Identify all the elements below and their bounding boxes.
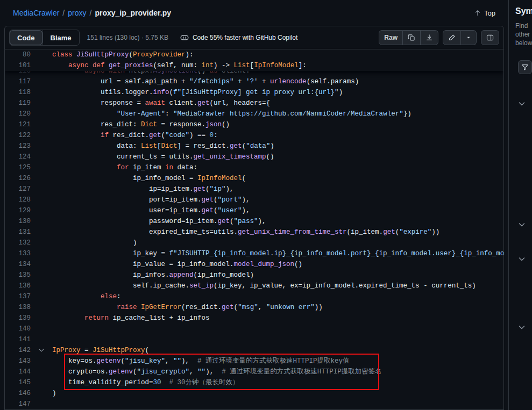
line-number[interactable]: 147	[5, 399, 31, 409]
code-text: for ip_item in data:	[52, 162, 503, 173]
line-number[interactable]: 131	[5, 227, 31, 238]
code-line: 134 ip_value = ip_info_model.model_dump_…	[5, 259, 503, 270]
download-button[interactable]	[421, 30, 438, 45]
line-number[interactable]: 134	[5, 259, 31, 270]
code-line: 147	[5, 399, 503, 409]
code-text: user=ip_item.get("user"),	[52, 205, 503, 216]
copilot-banner[interactable]: Code 55% faster with GitHub Copilot	[180, 33, 297, 42]
line-number[interactable]: 142	[5, 345, 31, 356]
code-line: 126 ip_info_model = IpInfoModel(	[5, 173, 503, 184]
line-number[interactable]: 146	[5, 388, 31, 399]
raw-button[interactable]: Raw	[379, 30, 403, 45]
line-number[interactable]: 133	[5, 248, 31, 259]
symbols-panel-toggle-icon	[486, 34, 494, 41]
fold-spacer	[31, 399, 52, 409]
code-text: class JiSuHttpProxy(ProxyProvider):	[52, 49, 503, 60]
symbols-description-line: other	[515, 30, 532, 39]
line-number[interactable]: 124	[5, 152, 31, 162]
line-number[interactable]: 137	[5, 291, 31, 302]
file-meta-info: 151 lines (130 loc) · 5.75 KB	[87, 34, 168, 41]
line-number[interactable]: 136	[5, 280, 31, 291]
fold-chevron-icon[interactable]	[31, 345, 52, 356]
line-number[interactable]: 129	[5, 205, 31, 216]
symbols-description-line: Find	[515, 21, 532, 30]
line-number[interactable]: 141	[5, 334, 31, 345]
fold-spacer	[31, 313, 52, 323]
fold-spacer	[31, 141, 52, 152]
line-number[interactable]: 121	[5, 119, 31, 130]
tab-blame[interactable]: Blame	[42, 30, 79, 45]
line-number[interactable]: 128	[5, 195, 31, 205]
breadcrumb-current-file: proxy_ip_provider.py	[95, 9, 171, 17]
chevron-down-icon[interactable]	[517, 323, 526, 332]
tab-code[interactable]: Code	[10, 30, 42, 45]
code-text: else:	[52, 291, 503, 302]
line-number[interactable]: 123	[5, 141, 31, 152]
raw-actions-group: Raw	[379, 30, 438, 45]
symbols-panel-title: Sym	[515, 6, 532, 16]
line-number[interactable]: 145	[5, 377, 31, 388]
edit-dropdown-button[interactable]	[461, 30, 477, 45]
line-number[interactable]: 130	[5, 216, 31, 227]
copy-button[interactable]	[403, 30, 421, 45]
code-line: 142IpProxy = JiSuHttpProxy(	[5, 345, 503, 356]
line-number[interactable]: 122	[5, 130, 31, 141]
chevron-down-icon[interactable]	[517, 99, 526, 108]
code-line: 143 key=os.getenv("jisu_key", ""), # 通过环…	[5, 356, 503, 366]
fold-spacer	[31, 119, 52, 130]
fold-spacer	[31, 334, 52, 345]
fold-spacer	[31, 227, 52, 238]
line-number[interactable]: 126	[5, 173, 31, 184]
code-line: 117 url = self.api_path + "/fetchips" + …	[5, 76, 503, 87]
symbols-panel-toggle-button[interactable]	[481, 30, 499, 45]
fold-spacer	[31, 270, 52, 280]
line-number[interactable]: 120	[5, 109, 31, 119]
fold-spacer	[31, 388, 52, 399]
line-number[interactable]: 132	[5, 238, 31, 248]
code-text: raise IpGetError(res_dict.get("msg", "un…	[52, 302, 503, 313]
code-text: res_dict: Dict = response.json()	[52, 119, 503, 130]
fold-spacer	[31, 356, 52, 366]
line-number[interactable]: 139	[5, 313, 31, 323]
code-text: key=os.getenv("jisu_key", ""), # 通过环境变量的…	[52, 356, 503, 366]
breadcrumb-dir-link[interactable]: proxy	[68, 9, 86, 17]
fold-spacer	[31, 216, 52, 227]
edit-actions-group	[443, 30, 477, 45]
line-number[interactable]: 118	[5, 87, 31, 98]
chevron-down-icon[interactable]	[517, 255, 526, 263]
line-number[interactable]: 80	[5, 49, 31, 60]
fold-spacer	[31, 302, 52, 313]
chevron-down-icon[interactable]	[517, 220, 526, 229]
code-text	[52, 323, 503, 334]
code-line: 146)	[5, 388, 503, 399]
fold-spacer	[31, 259, 52, 270]
code-text: ip_info_model = IpInfoModel(	[52, 173, 503, 184]
line-number[interactable]: 117	[5, 76, 31, 87]
back-to-top-button[interactable]: Top	[474, 9, 495, 17]
code-line: 119 response = await client.get(url, hea…	[5, 98, 503, 109]
breadcrumb-repo-link[interactable]: MediaCrawler	[13, 9, 59, 17]
copilot-icon	[180, 33, 189, 42]
line-number[interactable]: 144	[5, 366, 31, 377]
fold-spacer	[31, 60, 52, 71]
code-line: 80class JiSuHttpProxy(ProxyProvider):	[5, 49, 503, 60]
edit-button[interactable]	[443, 30, 461, 45]
filter-button[interactable]	[518, 60, 532, 74]
code-line: 145 time_validity_period=30 # 30分钟（最长时效）	[5, 377, 503, 388]
fold-spacer	[31, 98, 52, 109]
fold-spacer	[31, 280, 52, 291]
line-number[interactable]: 143	[5, 356, 31, 366]
fold-spacer	[31, 291, 52, 302]
line-number[interactable]: 138	[5, 302, 31, 313]
line-number[interactable]: 119	[5, 98, 31, 109]
line-number[interactable]: 125	[5, 162, 31, 173]
code-text: ip_infos.append(ip_info_model)	[52, 270, 503, 280]
line-number[interactable]: 135	[5, 270, 31, 280]
line-number[interactable]: 127	[5, 184, 31, 195]
line-number[interactable]: 140	[5, 323, 31, 334]
code-text: time_validity_period=30 # 30分钟（最长时效）	[52, 377, 503, 388]
line-number[interactable]: 101	[5, 60, 31, 71]
fold-spacer	[31, 195, 52, 205]
code-text: if res_dict.get("code") == 0:	[52, 130, 503, 141]
page: MediaCrawler / proxy / proxy_ip_provider…	[0, 0, 532, 410]
